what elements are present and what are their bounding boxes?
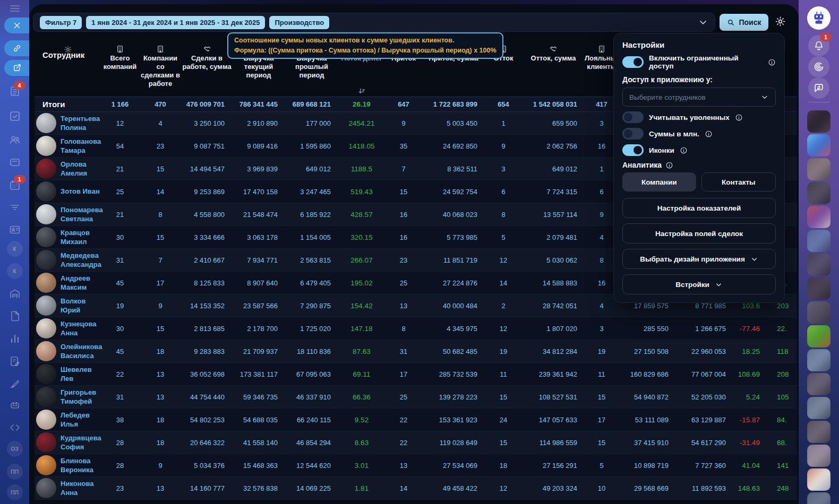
settings-button-3[interactable]: Встройки [622, 274, 776, 294]
cell: 54 940 872 [619, 393, 676, 401]
settings-button-1[interactable]: Настройка полей сделок [622, 223, 776, 244]
cell: 12 [485, 256, 522, 264]
contact-avatar[interactable] [807, 277, 831, 300]
settings-button-2[interactable]: Выбрать дизайн приложения [622, 249, 776, 269]
chevron-down-icon[interactable] [698, 17, 708, 28]
cell: 285 732 539 [422, 370, 485, 378]
contact-avatar[interactable] [807, 230, 831, 252]
sidebar-active-external-button[interactable] [4, 60, 29, 76]
sidebar-item-ПЛ[interactable]: ПЛ [7, 484, 23, 500]
column-header-employee[interactable]: Сотрудник [35, 45, 101, 95]
sidebar-inbox-icon[interactable] [8, 156, 21, 169]
sidebar-doc-lines-icon[interactable]: 4 [8, 85, 21, 98]
table-row[interactable]: Григорьев Тимофей311344 754 44059 346 73… [35, 386, 797, 409]
sidebar-id-card-icon[interactable] [8, 223, 21, 236]
sidebar-doc-icon[interactable] [8, 310, 21, 323]
column-header-3[interactable]: Сделки в работе, сумма [182, 45, 232, 95]
cell: 15 [385, 188, 422, 196]
sidebar-check-square-icon[interactable] [8, 110, 21, 123]
app-logo-robot[interactable] [807, 6, 831, 30]
contact-avatar[interactable] [807, 492, 831, 504]
setting-toggle-0-toggle[interactable] [622, 111, 644, 123]
employee-name: Шевелев Лев [61, 365, 101, 383]
sidebar-menu-icon[interactable] [8, 2, 21, 15]
sidebar-code-icon[interactable] [8, 421, 21, 434]
contact-avatar[interactable] [807, 349, 831, 371]
contact-avatar[interactable] [807, 468, 831, 491]
cell: 6 185 922 [285, 211, 338, 219]
column-header-1[interactable]: Всего компаний [101, 45, 139, 95]
contact-avatar[interactable] [807, 182, 831, 204]
sidebar-item-К[interactable]: К [7, 241, 23, 257]
contact-avatar[interactable] [807, 158, 831, 180]
cell: 12 [485, 484, 522, 492]
sidebar-active-close-button[interactable] [4, 18, 29, 33]
avatar [36, 159, 56, 179]
app-settings-gear-icon[interactable] [774, 15, 786, 28]
sidebar-warehouse-icon[interactable] [8, 288, 21, 300]
cell: 18 [485, 462, 522, 470]
contact-avatar[interactable] [807, 421, 831, 443]
cell: 519.43 [338, 188, 385, 196]
contact-avatar[interactable] [807, 301, 831, 324]
column-header-2[interactable]: Компании со сделками в работе [139, 45, 182, 95]
sidebar-funnel-icon[interactable] [8, 201, 21, 214]
sidebar-calendar-icon[interactable]: 1 [8, 179, 21, 192]
cell: 24 [485, 416, 522, 424]
setting-toggle-1-toggle[interactable] [622, 128, 644, 140]
info-icon[interactable] [665, 161, 673, 169]
column-header-10[interactable]: Отток, сумма [522, 45, 585, 95]
sidebar-item-ПП[interactable]: ПП [7, 464, 23, 480]
contact-avatar[interactable] [807, 397, 831, 419]
table-row[interactable]: Никонова Анна231314 160 77732 576 83814 … [35, 477, 797, 500]
tool-chat-sync-button[interactable] [808, 77, 829, 99]
cell: 9 089 416 [232, 142, 285, 150]
setting-toggle-2-toggle[interactable] [622, 144, 644, 156]
analytics-tab-contacts[interactable]: Контакты [701, 172, 776, 192]
contact-avatar[interactable] [807, 206, 831, 228]
sidebar-people-icon[interactable] [8, 133, 21, 146]
info-icon[interactable] [735, 114, 743, 121]
filter-chip-1[interactable]: 1 янв 2024 - 31 дек 2024 и 1 янв 2025 - … [86, 16, 265, 29]
table-row[interactable]: Блинова Вероника2895 034 37615 468 36312… [35, 454, 797, 477]
cell: 66.36 [338, 393, 385, 401]
table-row[interactable]: Лебедев Илья381854 802 25354 688 03566 2… [35, 409, 797, 431]
analytics-tab-companies[interactable]: Компании [622, 172, 696, 192]
sidebar-active-link-button[interactable] [4, 40, 29, 56]
employee-name: Орлова Амелия [61, 160, 101, 178]
contact-avatar[interactable] [807, 254, 831, 276]
table-row[interactable]: Шевелев Лев221336 052 698173 381 11767 0… [35, 363, 797, 386]
table-row[interactable]: Олейникова Василиса45189 283 88321 709 9… [35, 340, 797, 363]
setting-toggle-1-label: Суммы в млн. [649, 130, 699, 138]
contact-avatar[interactable] [807, 373, 831, 395]
info-icon[interactable] [768, 58, 776, 66]
sidebar-pen-icon[interactable] [8, 377, 21, 390]
employees-select[interactable]: Выберите сотрудников [622, 88, 776, 107]
contact-avatar[interactable] [807, 110, 831, 133]
filter-chip-0[interactable]: Фильтр 7 [40, 16, 82, 29]
settings-button-0[interactable]: Настройка показателей [622, 198, 776, 218]
contact-avatar[interactable] [807, 325, 831, 347]
tool-bell-button[interactable]: 1 [808, 35, 829, 56]
sidebar-robot-icon[interactable] [8, 399, 21, 412]
sidebar-doc-edit-icon[interactable] [8, 355, 21, 368]
employee-name: Андреев Максим [61, 274, 101, 292]
restricted-access-toggle[interactable] [622, 56, 644, 68]
totals-value: 470 [139, 100, 182, 108]
contact-avatar[interactable] [807, 134, 831, 157]
search-button[interactable]: Поиск [720, 14, 768, 31]
filter-chip-2[interactable]: Производство [269, 16, 329, 29]
sidebar-item-К[interactable]: К [7, 263, 23, 279]
info-icon[interactable] [680, 146, 688, 154]
table-row[interactable]: Кузнецова Анна30152 813 6852 178 7001 72… [35, 317, 797, 340]
cell: 8 125 833 [182, 279, 232, 287]
cell: 22 [101, 370, 139, 378]
sidebar-bar-chart-icon[interactable] [8, 332, 21, 345]
sidebar-item-ОЗ[interactable]: ОЗ [7, 441, 23, 457]
employee-cell: Пономарева Светлана [35, 204, 101, 224]
contact-avatar[interactable] [807, 445, 831, 467]
info-icon[interactable] [705, 130, 713, 138]
table-row[interactable]: Кудрявцева София281820 646 32241 558 140… [35, 431, 797, 454]
cell: 27 150 508 [619, 347, 676, 355]
tool-spiral-button[interactable] [808, 56, 829, 77]
